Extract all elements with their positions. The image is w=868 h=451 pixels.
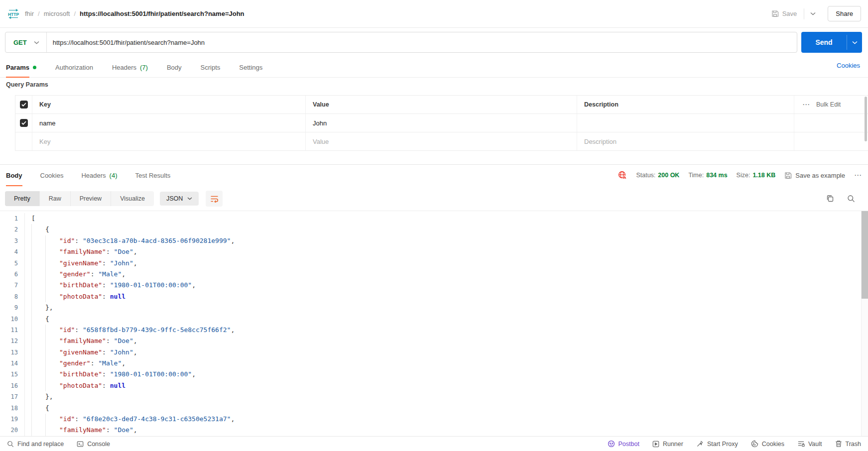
param-key-input[interactable]: name — [32, 114, 306, 132]
indent-guide — [31, 369, 45, 380]
tab-params[interactable]: Params — [6, 58, 36, 77]
search-icon — [7, 441, 14, 448]
chevron-down-icon — [810, 12, 816, 15]
response-more-icon[interactable]: ⋯ — [854, 171, 862, 180]
line-number: 11 — [0, 325, 25, 336]
column-header-value: Value — [306, 96, 577, 113]
line-number: 10 — [0, 314, 25, 325]
table-header-row: Key Value Description ⋯ Bulk Edit — [15, 96, 868, 114]
line-number: 15 — [0, 369, 25, 380]
indent-guide — [31, 269, 45, 280]
code-line: 20"familyName": "Doe", — [0, 425, 868, 436]
tab-body[interactable]: Body — [167, 58, 182, 77]
indent-guide — [31, 414, 45, 425]
cookies-link[interactable]: Cookies — [837, 62, 860, 69]
chevron-down-icon[interactable] — [34, 41, 39, 44]
view-preview[interactable]: Preview — [71, 191, 111, 206]
tab-response-body[interactable]: Body — [6, 165, 22, 186]
send-options-button[interactable] — [847, 32, 862, 53]
row-checkbox[interactable] — [20, 119, 28, 127]
indent-guide — [31, 224, 45, 235]
indent-guide — [31, 391, 45, 402]
tab-test-results[interactable]: Test Results — [135, 165, 171, 186]
view-visualize[interactable]: Visualize — [111, 191, 154, 206]
url-input[interactable]: https://localhost:5001/fhir/patient/sear… — [47, 39, 205, 46]
code-line: 19"id": "6f8e20c3-ded7-4c38-9c31-c6350e5… — [0, 414, 868, 425]
indent-guide — [45, 347, 59, 358]
code-line: 15"birthDate": "1980-01-01T00:00:00", — [0, 369, 868, 380]
breadcrumb: fhir / microsoft / https://localhost:500… — [25, 10, 245, 17]
runner-button[interactable]: Runner — [652, 441, 683, 448]
status-badge[interactable]: Status: 200 OK — [636, 172, 679, 179]
params-more-icon[interactable]: ⋯ — [802, 100, 810, 109]
send-button-group: Send — [801, 32, 862, 53]
cookies-button[interactable]: Cookies — [751, 440, 784, 448]
indent-guide — [45, 425, 59, 436]
param-description-input[interactable] — [577, 114, 794, 132]
column-header-key: Key — [32, 96, 306, 113]
headers-count: (7) — [140, 64, 148, 71]
send-button[interactable]: Send — [801, 32, 847, 53]
copy-response-button[interactable] — [826, 195, 834, 203]
indent-guide — [45, 358, 59, 369]
code-line: 16"photoData": null — [0, 380, 868, 391]
cookie-icon — [751, 440, 758, 448]
table-row-placeholder: Key Value Description — [15, 132, 868, 151]
tab-authorization[interactable]: Authorization — [55, 58, 93, 77]
find-and-replace-button[interactable]: Find and replace — [7, 441, 64, 448]
svg-text:HTTP: HTTP — [8, 11, 19, 16]
line-number: 12 — [0, 336, 25, 346]
tab-scripts[interactable]: Scripts — [201, 58, 221, 77]
save-button[interactable]: Save — [766, 7, 802, 20]
vault-button[interactable]: Vault — [797, 440, 822, 448]
response-body-code[interactable]: 1[2{3"id": "03ec3c18-a70b-4acd-8365-06f9… — [0, 211, 868, 436]
indent-guide — [45, 414, 59, 425]
tab-response-headers[interactable]: Headers (4) — [81, 165, 117, 186]
param-description-input[interactable]: Description — [577, 132, 794, 150]
tab-headers[interactable]: Headers (7) — [112, 58, 148, 77]
param-value-input[interactable]: Value — [306, 132, 577, 150]
response-scrollbar-thumb[interactable] — [862, 211, 868, 299]
format-select[interactable]: JSON — [160, 192, 199, 206]
chevron-down-icon — [187, 197, 192, 200]
line-number: 9 — [0, 302, 25, 313]
wrap-lines-button[interactable] — [206, 191, 223, 207]
console-button[interactable]: Console — [77, 441, 110, 448]
line-number: 2 — [0, 224, 25, 235]
params-scrollbar[interactable] — [865, 97, 867, 141]
indent-guide — [31, 425, 45, 436]
time-value: 834 ms — [706, 172, 727, 179]
code-line: 10{ — [0, 314, 868, 325]
indent-guide — [45, 369, 59, 380]
code-line: 1[ — [0, 213, 868, 224]
proxy-icon — [696, 440, 704, 448]
share-button[interactable]: Share — [828, 6, 861, 21]
code-line: 14"gender": "Male", — [0, 358, 868, 369]
method-select[interactable]: GET — [5, 39, 34, 46]
view-pretty[interactable]: Pretty — [5, 191, 40, 206]
tab-settings[interactable]: Settings — [239, 58, 262, 77]
save-as-example-button[interactable]: Save as example — [784, 172, 845, 179]
breadcrumb-folder[interactable]: microsoft — [44, 10, 70, 17]
start-proxy-button[interactable]: Start Proxy — [696, 440, 738, 448]
trash-button[interactable]: Trash — [835, 440, 862, 448]
select-all-checkbox[interactable] — [20, 101, 28, 109]
time-badge[interactable]: Time: 834 ms — [688, 172, 727, 179]
param-key-input[interactable]: Key — [32, 132, 306, 150]
ssl-warning-icon[interactable] — [618, 171, 627, 180]
breadcrumb-collection[interactable]: fhir — [25, 10, 34, 17]
param-value-input[interactable]: John — [306, 114, 577, 132]
size-badge[interactable]: Size: 1.18 KB — [737, 172, 776, 179]
indent-guide — [31, 280, 45, 291]
indent-guide — [31, 291, 45, 302]
tab-response-cookies[interactable]: Cookies — [40, 165, 64, 186]
view-raw[interactable]: Raw — [40, 191, 71, 206]
postbot-button[interactable]: Postbot — [608, 440, 639, 448]
indent-guide — [31, 258, 45, 269]
bulk-edit-button[interactable]: Bulk Edit — [816, 101, 841, 108]
search-response-button[interactable] — [847, 195, 855, 203]
save-options-button[interactable] — [806, 10, 820, 17]
request-title: https://localhost:5001/fhir/patient/sear… — [80, 10, 245, 17]
code-line: 3"id": "03ec3c18-a70b-4acd-8365-06f90281… — [0, 235, 868, 246]
code-line: 18{ — [0, 403, 868, 414]
